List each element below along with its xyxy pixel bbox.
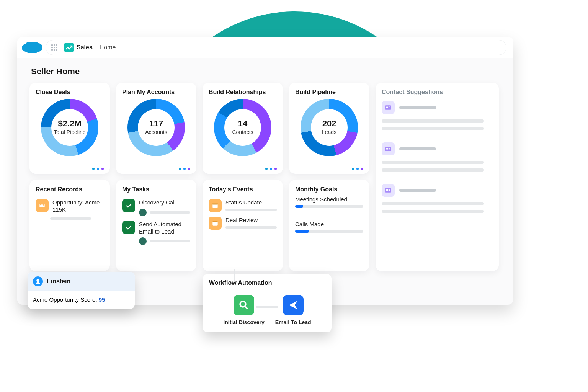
contact-suggestions-card: Contact Suggestions	[376, 83, 499, 271]
recent-record-item[interactable]: Opportunity: Acme 115K	[36, 196, 104, 215]
card-pager[interactable]	[92, 168, 104, 170]
kpi-title: Close Deals	[36, 89, 104, 96]
recent-records-card: Recent Records Opportunity: Acme 115K	[29, 180, 110, 271]
recent-records-title: Recent Records	[36, 186, 104, 193]
task-text: Discovery Call	[139, 199, 190, 206]
connector-line	[256, 306, 278, 308]
record-text: Opportunity: Acme 115K	[52, 199, 104, 214]
svg-rect-2	[389, 107, 390, 107]
goal-label: Meetings Scheduled	[295, 196, 363, 203]
page-content: Seller Home Close Deals $2.2M Total Pipe…	[17, 58, 513, 278]
einstein-card[interactable]: Einstein Acme Opportunity Score: 95	[28, 272, 135, 309]
placeholder-line	[225, 209, 277, 211]
event-item[interactable]: Deal Review	[209, 214, 277, 231]
monthly-goals-card: Monthly Goals Meetings Scheduled Calls M…	[289, 180, 369, 271]
page-title: Seller Home	[31, 67, 501, 77]
avatar	[139, 209, 147, 216]
card-pager[interactable]	[352, 168, 363, 170]
svg-point-16	[36, 279, 39, 282]
nav-bar: Sales Home	[46, 40, 506, 55]
app-window: Sales Home Seller Home Close Deals $2.2M…	[17, 37, 513, 305]
svg-rect-9	[386, 189, 388, 191]
event-item[interactable]: Status Update	[209, 196, 277, 214]
kpi-title: Build Pipeline	[295, 89, 363, 96]
connector-line	[234, 269, 235, 282]
salesforce-logo-icon	[24, 42, 40, 53]
svg-rect-6	[389, 148, 390, 149]
kpi-build-pipeline[interactable]: Build Pipeline 202 Leads	[289, 83, 369, 174]
contact-suggestions-title: Contact Suggestions	[382, 89, 493, 96]
einstein-title: Einstein	[47, 278, 70, 285]
svg-rect-10	[389, 189, 390, 190]
svg-rect-1	[386, 107, 388, 108]
workflow-node-discovery[interactable]: Initial Discovery	[223, 295, 264, 325]
einstein-body: Acme Opportunity Score: 95	[28, 291, 135, 309]
workflow-node-label: Initial Discovery	[223, 319, 264, 325]
svg-rect-8	[385, 188, 391, 193]
kpi-build-relationships[interactable]: Build Relationships 14 Contacts	[203, 83, 283, 174]
svg-point-17	[240, 301, 246, 307]
goal-progress-bar	[295, 205, 363, 208]
svg-rect-13	[212, 203, 217, 204]
einstein-body-text: Acme Opportunity Score:	[33, 296, 99, 303]
contact-card-icon	[382, 142, 395, 155]
goal-progress-bar	[295, 230, 363, 233]
svg-rect-0	[385, 105, 391, 110]
kpi-plan-accounts[interactable]: Plan My Accounts 117 Accounts	[116, 83, 196, 174]
app-launcher-icon[interactable]	[51, 44, 57, 51]
sales-app-icon	[64, 43, 74, 52]
opportunity-icon	[36, 199, 49, 212]
calendar-icon	[209, 199, 222, 212]
donut-chart: 117 Accounts	[127, 99, 185, 156]
my-tasks-card: My Tasks Discovery Call Send Auto	[116, 180, 196, 271]
workflow-title: Workflow Automation	[209, 279, 325, 286]
svg-rect-5	[386, 148, 388, 150]
send-icon	[283, 295, 304, 315]
task-item[interactable]: Send Automated Email to Lead	[122, 218, 190, 247]
card-pager[interactable]	[179, 168, 190, 170]
kpi-value: 14	[238, 119, 247, 128]
placeholder-line	[225, 226, 277, 229]
my-tasks-title: My Tasks	[122, 186, 190, 193]
kpi-label: Leads	[322, 129, 336, 135]
workflow-node-email[interactable]: Email To Lead	[275, 295, 311, 325]
placeholder-line	[50, 217, 91, 220]
topbar: Sales Home	[17, 37, 513, 58]
today-events-card: Today's Events Status Update Deal	[203, 180, 283, 271]
search-icon	[234, 295, 254, 315]
donut-chart: $2.2M Total Pipeline	[41, 99, 98, 156]
tab-home[interactable]: Home	[100, 44, 116, 51]
kpi-label: Total Pipeline	[54, 129, 85, 135]
app-name: Sales	[77, 44, 93, 51]
einstein-score: 95	[99, 296, 105, 303]
contact-suggestion-item[interactable]	[382, 142, 493, 172]
svg-rect-4	[385, 147, 391, 151]
app-switcher[interactable]: Sales	[64, 43, 93, 52]
today-events-title: Today's Events	[209, 186, 277, 193]
svg-rect-11	[389, 190, 390, 191]
kpi-title: Plan My Accounts	[122, 89, 190, 96]
svg-rect-3	[389, 108, 390, 108]
task-check-icon[interactable]	[122, 221, 135, 234]
contact-card-icon	[382, 101, 395, 114]
card-pager[interactable]	[265, 168, 277, 170]
workflow-node-label: Email To Lead	[275, 319, 311, 325]
workflow-card[interactable]: Workflow Automation Initial Discovery Em…	[203, 274, 332, 332]
contact-suggestion-item[interactable]	[382, 184, 493, 213]
svg-rect-15	[212, 221, 217, 222]
kpi-value: $2.2M	[58, 119, 81, 128]
kpi-label: Accounts	[145, 129, 167, 135]
contact-card-icon	[382, 184, 395, 197]
monthly-goals-title: Monthly Goals	[295, 186, 363, 193]
contact-suggestion-item[interactable]	[382, 101, 493, 130]
task-text: Send Automated Email to Lead	[139, 221, 190, 235]
kpi-value: 117	[149, 119, 163, 128]
task-check-icon[interactable]	[122, 199, 135, 212]
kpi-value: 202	[322, 119, 336, 128]
event-text: Status Update	[225, 199, 277, 206]
kpi-close-deals[interactable]: Close Deals $2.2M Total Pipeline	[29, 83, 110, 174]
task-item[interactable]: Discovery Call	[122, 196, 190, 218]
donut-chart: 202 Leads	[301, 99, 358, 156]
einstein-header: Einstein	[28, 272, 135, 291]
einstein-icon	[33, 276, 43, 286]
